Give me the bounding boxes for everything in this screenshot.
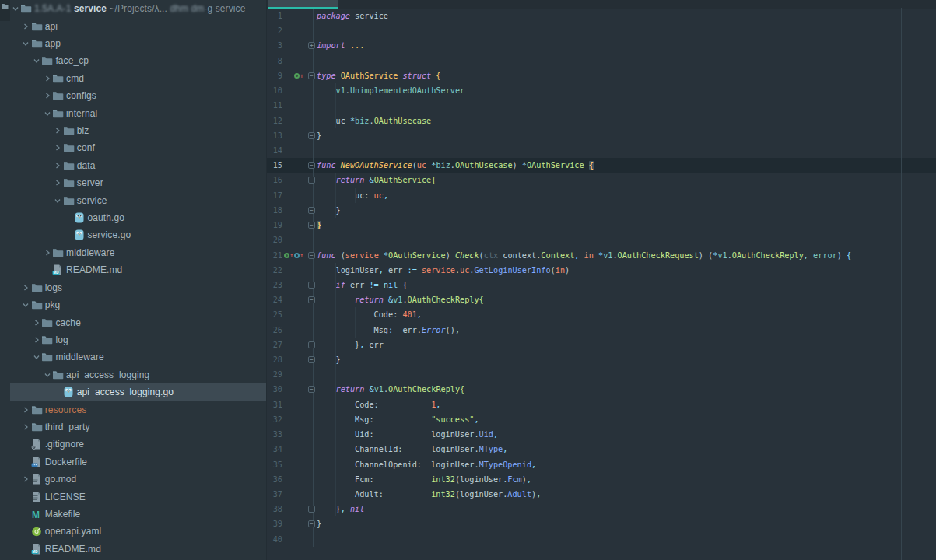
- tree-item-cmd[interactable]: cmd: [0, 70, 266, 87]
- code-line-17[interactable]: 17 uc: uc,: [267, 188, 936, 203]
- code-line-16[interactable]: 16− return &OAuthService{: [267, 173, 936, 187]
- tree-item-conf[interactable]: conf: [0, 139, 266, 156]
- chevron-right-icon[interactable]: [42, 91, 52, 100]
- tree-item-logs[interactable]: logs: [0, 279, 266, 296]
- tree-item-service[interactable]: service: [0, 191, 266, 208]
- code-line-10[interactable]: 10 v1.UnimplementedOAuthServer: [267, 83, 936, 98]
- tree-item-resources[interactable]: resources: [0, 401, 266, 418]
- tree-item-Makefile[interactable]: MMakefile: [0, 506, 266, 523]
- code-line-21[interactable]: 21↑↑−func (service *OAuthService) Check(…: [267, 248, 936, 263]
- fold-marker[interactable]: +: [308, 42, 315, 49]
- code-line-8[interactable]: 8: [267, 54, 936, 68]
- tree-item-configs[interactable]: configs: [0, 87, 266, 104]
- chevron-right-icon[interactable]: [53, 126, 63, 135]
- chevron-right-icon[interactable]: [21, 405, 31, 415]
- code-line-15[interactable]: 15−func NewOAuthService(uc *biz.OAuthUse…: [267, 158, 936, 173]
- chevron-right-icon[interactable]: [42, 248, 52, 257]
- fold-marker[interactable]: −: [308, 132, 315, 139]
- tree-item-LICENSE[interactable]: LICENSE: [0, 488, 266, 505]
- implemented-gutter-icon[interactable]: [294, 73, 300, 79]
- code-line-30[interactable]: 30− return &v1.OAuthCheckReply{: [267, 382, 936, 397]
- code-line-34[interactable]: 34 ChannelId: loginUser.MType,: [267, 442, 936, 457]
- fold-marker[interactable]: −: [308, 506, 315, 513]
- fold-marker[interactable]: −: [308, 520, 315, 527]
- code-line-1[interactable]: 1package service: [267, 9, 936, 23]
- implemented-gutter-icon[interactable]: [284, 253, 289, 258]
- chevron-right-icon[interactable]: [53, 161, 63, 170]
- active-editor-tab[interactable]: [268, 0, 338, 9]
- code-line-14[interactable]: 14: [267, 143, 936, 158]
- tree-item-service-go[interactable]: service.go: [0, 226, 266, 243]
- tree-item-server[interactable]: server: [0, 174, 266, 191]
- chevron-right-icon[interactable]: [31, 335, 41, 345]
- code-line-24[interactable]: 24− return &v1.OAuthCheckReply{: [267, 292, 936, 307]
- tree-item-go-mod[interactable]: go.mod: [0, 471, 266, 488]
- code-line-38[interactable]: 38− }, nil: [267, 502, 936, 516]
- fold-marker[interactable]: −: [308, 207, 315, 214]
- chevron-right-icon[interactable]: [21, 22, 31, 31]
- chevron-down-icon[interactable]: [21, 300, 31, 310]
- code-line-9[interactable]: 9↑−type OAuthService struct {: [267, 68, 936, 83]
- code-line-12[interactable]: 12 uc *biz.OAuthUsecase: [267, 114, 936, 128]
- tree-item-api[interactable]: api: [0, 17, 266, 34]
- code-line-19[interactable]: 19−}: [267, 218, 936, 233]
- fold-marker[interactable]: −: [308, 162, 315, 169]
- tree-item-Dockerfile[interactable]: Dockerfile: [0, 453, 266, 471]
- tree-item-data[interactable]: data: [0, 157, 266, 174]
- code-line-20[interactable]: 20: [267, 233, 936, 247]
- code-line-23[interactable]: 23− if err != nil {: [267, 278, 936, 292]
- tree-item-app[interactable]: app: [0, 35, 266, 52]
- fold-marker[interactable]: −: [308, 72, 315, 79]
- fold-marker[interactable]: −: [308, 386, 315, 393]
- code-line-35[interactable]: 35 ChannelOpenid: loginUser.MTypeOpenid,: [267, 457, 936, 472]
- code-line-13[interactable]: 13−}: [267, 128, 936, 143]
- chevron-down-icon[interactable]: [42, 370, 52, 380]
- chevron-down-icon[interactable]: [42, 109, 52, 118]
- code-line-22[interactable]: 22 loginUser, err := service.uc.GetLogin…: [267, 263, 936, 278]
- chevron-down-icon[interactable]: [31, 56, 41, 65]
- chevron-right-icon[interactable]: [21, 422, 31, 432]
- tree-item-internal[interactable]: internal: [0, 104, 266, 121]
- code-area[interactable]: 1package service23+import ...89↑−type OA…: [267, 9, 936, 547]
- fold-marker[interactable]: −: [308, 177, 315, 184]
- chevron-right-icon[interactable]: [42, 74, 52, 83]
- tree-item-openapi-yaml[interactable]: openapi.yaml: [0, 523, 266, 540]
- code-line-36[interactable]: 36 Fcm: int32(loginUser.Fcm),: [267, 472, 936, 487]
- tree-item-api-access-logging[interactable]: api_access_logging: [0, 366, 266, 383]
- fold-marker[interactable]: −: [308, 282, 315, 289]
- tree-item-middleware[interactable]: middleware: [0, 244, 266, 261]
- fold-marker[interactable]: −: [308, 341, 315, 348]
- chevron-right-icon[interactable]: [21, 283, 31, 292]
- code-line-26[interactable]: 26 Msg: err.Error(),: [267, 323, 936, 338]
- chevron-right-icon[interactable]: [53, 178, 63, 187]
- code-line-18[interactable]: 18− }: [267, 203, 936, 218]
- chevron-right-icon[interactable]: [21, 474, 31, 484]
- code-line-39[interactable]: 39−}: [267, 516, 936, 531]
- code-line-2[interactable]: 2: [267, 23, 936, 38]
- code-line-11[interactable]: 11: [267, 98, 936, 113]
- tree-item--gitignore[interactable]: .gitignore: [0, 436, 266, 453]
- chevron-down-icon[interactable]: [53, 196, 63, 205]
- code-line-28[interactable]: 28− }: [267, 352, 936, 367]
- code-line-3[interactable]: 3+import ...: [267, 38, 936, 53]
- code-line-32[interactable]: 32 Msg: "success",: [267, 412, 936, 427]
- fold-marker[interactable]: −: [308, 222, 315, 229]
- chevron-down-icon[interactable]: [10, 4, 20, 13]
- fold-marker[interactable]: −: [308, 356, 315, 363]
- tree-item-log[interactable]: log: [0, 331, 266, 348]
- code-line-40[interactable]: 40: [267, 532, 936, 547]
- chevron-right-icon[interactable]: [53, 143, 63, 152]
- tree-item-oauth-go[interactable]: oauth.go: [0, 209, 266, 226]
- tree-item-README-md[interactable]: MDREADME.md: [0, 541, 266, 558]
- code-line-25[interactable]: 25 Code: 401,: [267, 307, 936, 322]
- code-line-33[interactable]: 33 Uid: loginUser.Uid,: [267, 427, 936, 442]
- fold-marker[interactable]: −: [308, 252, 315, 259]
- tree-item-cache[interactable]: cache: [0, 313, 266, 331]
- tree-item-pkg[interactable]: pkg: [0, 296, 266, 313]
- chevron-down-icon[interactable]: [31, 352, 41, 362]
- tree-item-middleware[interactable]: middleware: [0, 348, 266, 366]
- fold-marker[interactable]: −: [308, 296, 315, 303]
- overrides-gutter-icon[interactable]: [294, 253, 300, 258]
- tree-item-project-root[interactable]: 1.5A.A-1 service ~/Projects/λ... dhm dm-…: [0, 0, 266, 17]
- chevron-right-icon[interactable]: [31, 318, 41, 327]
